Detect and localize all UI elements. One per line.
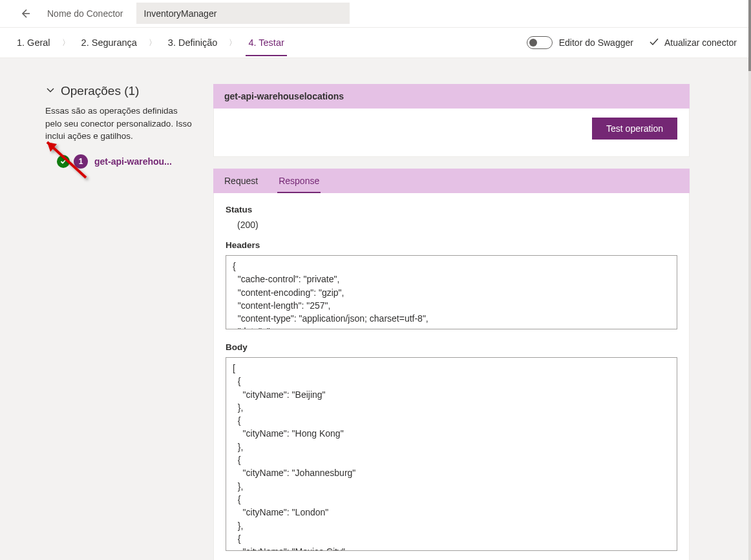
operation-number-badge: 1 [74, 154, 88, 169]
operations-title: Operações (1) [61, 84, 139, 98]
connector-name-label: Nome do Conector [47, 8, 123, 19]
main-panel: get-api-warehouselocations Test operatio… [213, 84, 690, 560]
tab-request[interactable]: Request [214, 169, 268, 193]
checkmark-icon [649, 37, 659, 49]
status-value: (200) [237, 220, 677, 230]
status-label: Status [226, 205, 677, 214]
scrollbar-thumb[interactable] [748, 0, 751, 71]
arrow-left-icon [19, 8, 31, 19]
active-step-underline [246, 55, 286, 56]
top-bar: Nome do Conector [0, 0, 751, 27]
response-panel: Status (200) Headers Body [213, 193, 690, 560]
operation-item-name: get-api-warehou... [94, 156, 172, 167]
step-definition[interactable]: 3. Definição [165, 37, 220, 48]
test-operation-button[interactable]: Test operation [592, 118, 677, 140]
operations-header[interactable]: Operações (1) [45, 84, 194, 98]
step-general[interactable]: 1. Geral [14, 37, 53, 48]
update-connector-label: Atualizar conector [664, 37, 737, 48]
step-test-label: 4. Testar [248, 37, 284, 48]
chevron-right-icon: 〉 [229, 37, 237, 48]
chevron-right-icon: 〉 [149, 37, 156, 48]
content-area: Operações (1) Essas são as operações def… [0, 58, 751, 560]
tab-response[interactable]: Response [268, 169, 330, 193]
headers-label: Headers [226, 240, 677, 250]
chevron-down-icon [45, 85, 56, 98]
swagger-editor-label: Editor do Swagger [559, 37, 633, 48]
back-button[interactable] [16, 5, 34, 23]
operations-description: Essas são as operações definidas pelo se… [45, 105, 194, 143]
body-label: Body [226, 342, 677, 352]
operation-item[interactable]: 1 get-api-warehou... [45, 152, 194, 171]
step-bar: 1. Geral 〉 2. Segurança 〉 3. Definição 〉… [0, 27, 751, 58]
step-security[interactable]: 2. Segurança [79, 37, 140, 48]
toggle-knob [529, 39, 537, 47]
update-connector-button[interactable]: Atualizar conector [649, 37, 737, 49]
step-test[interactable]: 4. Testar [246, 37, 286, 48]
operation-title-bar: get-api-warehouselocations [213, 84, 690, 109]
result-tabs: Request Response [213, 169, 690, 193]
toggle-track [527, 36, 553, 49]
headers-textarea[interactable] [226, 255, 677, 329]
operation-title: get-api-warehouselocations [224, 91, 344, 101]
connector-name-input[interactable] [136, 3, 350, 24]
swagger-editor-toggle[interactable]: Editor do Swagger [527, 36, 633, 49]
body-textarea[interactable] [226, 357, 677, 551]
chevron-right-icon: 〉 [62, 37, 70, 48]
operations-sidebar: Operações (1) Essas são as operações def… [45, 84, 213, 171]
window-scrollbar[interactable] [748, 0, 751, 560]
success-icon [57, 155, 70, 168]
operation-toolbar: Test operation [213, 109, 690, 157]
